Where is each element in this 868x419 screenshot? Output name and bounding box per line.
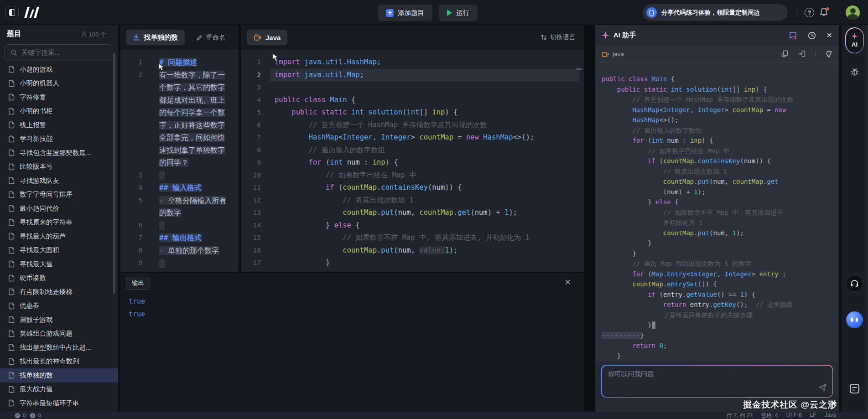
code-token <box>602 116 632 124</box>
sidebar-item[interactable]: 摇骰子游戏 <box>0 313 118 327</box>
code-token: 1 <box>740 291 744 298</box>
sidebar-item[interactable]: 小超的游戏 <box>0 62 118 77</box>
window-scrollbar[interactable] <box>866 25 868 412</box>
sidebar-item[interactable]: 比较版本号 <box>0 160 118 174</box>
sidebar-item[interactable]: 学习新技能 <box>0 132 118 146</box>
user-cursor-icon <box>158 63 165 72</box>
code-token: put <box>698 229 709 237</box>
sidebar-item[interactable]: 英雄组合游戏问题 <box>0 327 118 341</box>
status-item[interactable]: UTF-8 <box>786 412 802 419</box>
sidebar-item[interactable]: 找出整型数组中占比超... <box>0 341 118 355</box>
ai-chat-input[interactable]: 你可以问我问题 <box>601 365 833 398</box>
warning-icon[interactable]: ! <box>30 413 35 418</box>
feedback-icon[interactable] <box>849 383 860 396</box>
sidebar-item[interactable]: 寻找最大值 <box>0 257 118 271</box>
markdown-editor[interactable]: 1# 问题描述2有一堆数字，除了一个数字，其它的数字都是成对出现。班上的每个同学… <box>120 49 239 272</box>
code-token <box>275 183 326 191</box>
search-input[interactable]: 关键字搜索... <box>5 44 112 61</box>
sidebar-item[interactable]: 最小趋同代价 <box>0 202 118 216</box>
code-token <box>275 221 326 229</box>
bulb-icon[interactable] <box>825 50 832 58</box>
sidebar-item-label: 寻找包含斐波那契数最... <box>20 149 91 157</box>
sidebar-item-label: 小超的游戏 <box>20 65 53 74</box>
run-button[interactable]: 运行 <box>439 5 478 21</box>
sidebar-item[interactable]: 找单独的数 <box>0 368 118 383</box>
sidebar-item[interactable]: 小明的书柜 <box>0 104 118 119</box>
code-token: inp <box>432 108 445 116</box>
sidebar-item-label: 找出最长的神奇数列 <box>20 357 79 366</box>
code-token <box>667 75 670 83</box>
sidebar-item[interactable]: 寻找最大面积 <box>0 243 118 258</box>
sidebar-scrollbar[interactable] <box>113 52 115 294</box>
sidebar-item[interactable]: 硬币凑数 <box>0 271 118 285</box>
code-token: 有一堆数字，除了一个数字，其它的数字都是成对出现。班上的每个同学拿一个数字，正好… <box>159 71 225 167</box>
editor-line-content: countMap.put(num, countMap.get(num) + 1)… <box>275 207 517 219</box>
headset-icon[interactable] <box>846 275 863 292</box>
code-token <box>602 157 648 165</box>
code-token: countMap <box>663 229 694 237</box>
output-tab[interactable]: 输出 <box>126 277 150 290</box>
sidebar-item[interactable]: 寻找最大的葫芦 <box>0 229 118 243</box>
sidebar-item[interactable]: 数字字母问号排序 <box>0 188 118 202</box>
insert-icon[interactable] <box>798 50 806 57</box>
status-item[interactable]: 行 2, 列 22 <box>727 412 753 419</box>
editor-line-content: public class Main { <box>275 94 355 107</box>
bell-icon[interactable] <box>819 7 829 17</box>
code-token <box>500 208 504 217</box>
add-problem-button[interactable]: 添加题目 <box>378 5 432 21</box>
sidebar-item[interactable]: 线上报警 <box>0 118 118 132</box>
help-icon[interactable]: ? <box>805 8 814 17</box>
sidebar-item[interactable]: 小明的机器人 <box>0 77 118 91</box>
send-icon[interactable] <box>818 383 827 393</box>
markdown-line: 5- 空格分隔输入所有的数字 <box>120 194 239 219</box>
sidebar-item[interactable]: 最大战力值 <box>0 383 118 397</box>
code-token <box>740 86 744 93</box>
code-token: import <box>275 71 300 79</box>
markdown-line: 2有一堆数字，除了一个数字，其它的数字都是成对出现。班上的每个同学拿一个数字，正… <box>120 69 239 169</box>
code-token: { <box>351 96 355 104</box>
code-token: < <box>338 133 343 141</box>
sidebar-item-label: 字符修复 <box>20 93 46 102</box>
doc-icon <box>8 219 15 226</box>
code-token: containsKey <box>698 157 740 165</box>
sidebar-item[interactable]: 找出最长的神奇数列 <box>0 355 118 369</box>
code-token: = <box>457 133 462 141</box>
problem-tab[interactable]: 找单独的数 <box>126 30 185 45</box>
code-token: ( <box>402 108 406 116</box>
sidebar-item[interactable]: 字符修复 <box>0 90 118 104</box>
code-token: )) <box>755 157 763 165</box>
logo[interactable] <box>24 7 40 20</box>
sidebar-item[interactable]: 寻找游戏队友 <box>0 174 118 188</box>
bug-icon[interactable] <box>850 67 859 78</box>
code-token: )) <box>445 183 453 191</box>
assistant-icon[interactable] <box>846 311 863 328</box>
sidebar-toggle-icon[interactable] <box>5 6 19 19</box>
status-item[interactable]: Java <box>825 412 836 419</box>
code-token: // 首先创建一个 HashMap 来存储数字及其出现的次数 <box>602 96 794 103</box>
code-token: HashMap <box>632 116 659 124</box>
run-label: 运行 <box>456 9 469 17</box>
status-item[interactable]: 空格: 4 <box>761 412 778 419</box>
sidebar-item[interactable]: 优惠券 <box>0 299 118 313</box>
close-icon[interactable]: ✕ <box>826 31 832 40</box>
copy-icon[interactable] <box>781 50 788 57</box>
ai-toolbar-button[interactable]: AI <box>845 27 864 53</box>
switch-language-button[interactable]: 切换语言 <box>541 33 576 41</box>
doc-icon <box>8 302 15 310</box>
sidebar-item[interactable]: 有点限制地走楼梯 <box>0 285 118 299</box>
avatar[interactable] <box>846 5 860 20</box>
status-item[interactable]: LF <box>810 412 816 419</box>
code-editor[interactable]: 1import java.util.HashMap;2import java.u… <box>241 49 584 272</box>
sidebar-item[interactable]: 寻找包含斐波那契数最... <box>0 146 118 160</box>
sidebar-item[interactable]: 字符串最短循环子串 <box>0 396 118 410</box>
new-chat-icon[interactable] <box>789 31 797 40</box>
close-icon[interactable]: ✕ <box>565 278 571 287</box>
promo-banner[interactable]: 分享代码练习体验，领限量定制周边 <box>643 4 788 21</box>
rename-button[interactable]: 重命名 <box>196 33 226 42</box>
sidebar-item[interactable]: 寻找原来的字符串 <box>0 216 118 230</box>
error-icon[interactable]: ✕ <box>15 413 20 418</box>
language-tab[interactable]: Java <box>247 30 287 45</box>
history-icon[interactable] <box>808 31 816 40</box>
editor-line: 7 HashMap<Integer, Integer> countMap = n… <box>241 131 584 144</box>
problem-list: 小超的游戏小明的机器人字符修复小明的书柜线上报警学习新技能寻找包含斐波那契数最.… <box>0 62 118 412</box>
